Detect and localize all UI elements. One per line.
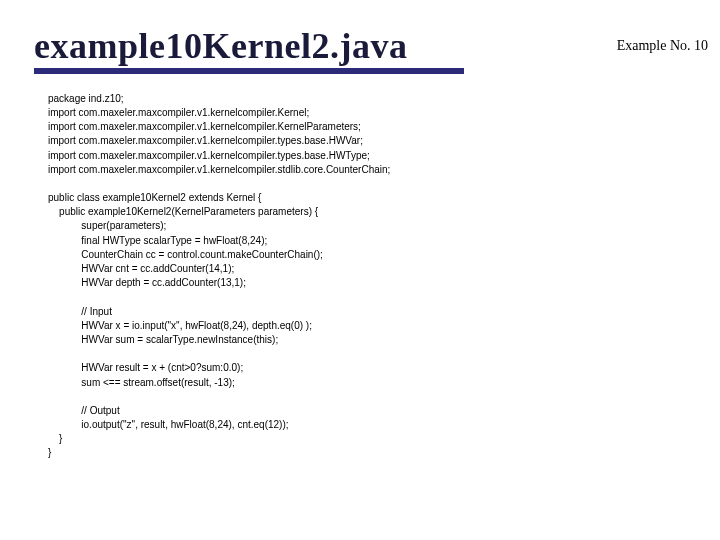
code-close-ctor: } (48, 433, 62, 444)
code-result-0: HWVar result = x + (cnt>0?sum:0.0); (48, 362, 243, 373)
example-number-label: Example No. 10 (617, 38, 708, 54)
code-import-3: import com.maxeler.maxcompiler.v1.kernel… (48, 150, 370, 161)
code-import-2: import com.maxeler.maxcompiler.v1.kernel… (48, 135, 363, 146)
title-underline (34, 68, 464, 74)
code-output-line: io.output("z", result, hwFloat(8,24), cn… (48, 419, 289, 430)
code-input-comment: // Input (48, 306, 112, 317)
code-ctor-decl: public example10Kernel2(KernelParameters… (48, 206, 318, 217)
code-body-0: super(parameters); (48, 220, 166, 231)
code-result-1: sum <== stream.offset(result, -13); (48, 377, 235, 388)
code-close-class: } (48, 447, 51, 458)
code-output-comment: // Output (48, 405, 120, 416)
code-body-1: final HWType scalarType = hwFloat(8,24); (48, 235, 267, 246)
code-body-4: HWVar depth = cc.addCounter(13,1); (48, 277, 246, 288)
code-import-4: import com.maxeler.maxcompiler.v1.kernel… (48, 164, 390, 175)
code-block: package ind.z10; import com.maxeler.maxc… (48, 92, 720, 461)
code-body-2: CounterChain cc = control.count.makeCoun… (48, 249, 323, 260)
code-package: package ind.z10; (48, 93, 124, 104)
code-input-0: HWVar x = io.input("x", hwFloat(8,24), d… (48, 320, 312, 331)
code-import-0: import com.maxeler.maxcompiler.v1.kernel… (48, 107, 309, 118)
code-input-1: HWVar sum = scalarType.newInstance(this)… (48, 334, 278, 345)
title-wrap: example10Kernel2.java (34, 28, 464, 74)
page-title: example10Kernel2.java (34, 28, 464, 66)
code-class-decl: public class example10Kernel2 extends Ke… (48, 192, 261, 203)
code-import-1: import com.maxeler.maxcompiler.v1.kernel… (48, 121, 361, 132)
code-body-3: HWVar cnt = cc.addCounter(14,1); (48, 263, 234, 274)
